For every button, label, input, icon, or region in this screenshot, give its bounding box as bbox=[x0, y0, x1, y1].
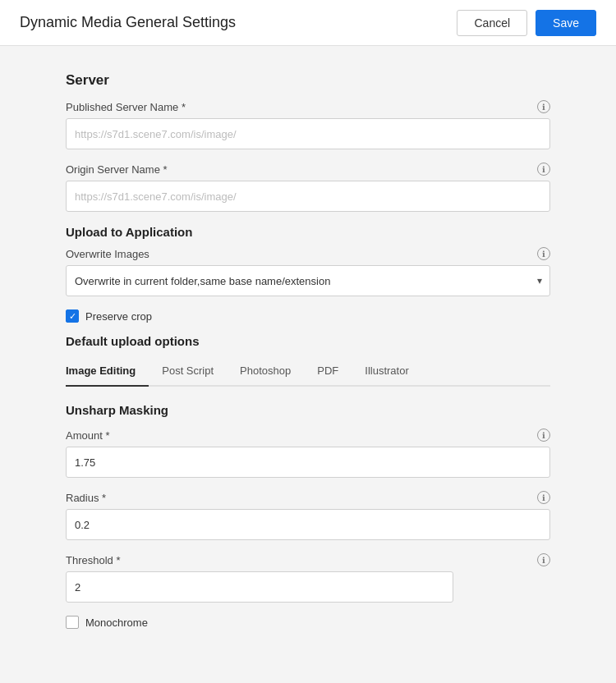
origin-server-info-icon[interactable]: ℹ bbox=[537, 163, 550, 176]
overwrite-images-label: Overwrite Images bbox=[66, 248, 149, 260]
radius-input[interactable] bbox=[66, 509, 550, 540]
threshold-label: Threshold * bbox=[66, 554, 120, 566]
tab-post-script[interactable]: Post Script bbox=[149, 356, 227, 387]
preserve-crop-checkbox[interactable]: ✓ bbox=[66, 309, 79, 323]
published-server-label-row: Published Server Name * ℹ bbox=[66, 100, 550, 113]
origin-server-label-row: Origin Server Name * ℹ bbox=[66, 163, 550, 176]
threshold-field: Threshold * ℹ bbox=[66, 553, 550, 603]
tabs-header: Image Editing Post Script Photoshop PDF … bbox=[66, 356, 550, 387]
preserve-crop-row: ✓ Preserve crop bbox=[66, 309, 550, 323]
page-title: Dynamic Media General Settings bbox=[20, 14, 236, 31]
cancel-button[interactable]: Cancel bbox=[457, 10, 527, 36]
page-header: Dynamic Media General Settings Cancel Sa… bbox=[0, 0, 616, 46]
save-button[interactable]: Save bbox=[536, 10, 596, 36]
overwrite-images-label-row: Overwrite Images ℹ bbox=[66, 247, 550, 260]
tabs-container: Image Editing Post Script Photoshop PDF … bbox=[66, 356, 550, 629]
origin-server-input[interactable] bbox=[66, 181, 550, 212]
radius-field: Radius * ℹ bbox=[66, 491, 550, 540]
unsharp-masking-title: Unsharp Masking bbox=[66, 403, 550, 417]
radius-label-row: Radius * ℹ bbox=[66, 491, 550, 504]
amount-field: Amount * ℹ bbox=[66, 429, 550, 478]
monochrome-checkbox[interactable] bbox=[66, 616, 79, 629]
published-server-field: Published Server Name * ℹ bbox=[66, 100, 550, 149]
monochrome-row: Monochrome bbox=[66, 616, 550, 629]
overwrite-images-field: Overwrite Images ℹ Overwrite in current … bbox=[66, 247, 550, 296]
monochrome-label: Monochrome bbox=[85, 617, 148, 629]
threshold-input[interactable] bbox=[66, 571, 453, 603]
header-actions: Cancel Save bbox=[457, 10, 596, 36]
amount-label: Amount * bbox=[66, 429, 109, 442]
amount-info-icon[interactable]: ℹ bbox=[537, 429, 550, 442]
threshold-info-icon[interactable]: ℹ bbox=[537, 553, 550, 566]
radius-info-icon[interactable]: ℹ bbox=[537, 491, 550, 504]
origin-server-field: Origin Server Name * ℹ bbox=[66, 163, 550, 212]
check-icon: ✓ bbox=[69, 312, 76, 321]
overwrite-images-select-wrapper: Overwrite in current folder,same base na… bbox=[66, 265, 550, 296]
overwrite-images-info-icon[interactable]: ℹ bbox=[537, 247, 550, 260]
origin-server-label: Origin Server Name * bbox=[66, 163, 168, 176]
default-upload-section-title: Default upload options bbox=[66, 334, 550, 348]
upload-section-title: Upload to Application bbox=[66, 225, 550, 239]
published-server-label: Published Server Name * bbox=[66, 101, 186, 113]
radius-label: Radius * bbox=[66, 492, 106, 504]
server-section-title: Server bbox=[66, 72, 550, 89]
preserve-crop-label: Preserve crop bbox=[85, 310, 152, 323]
main-content: Server Published Server Name * ℹ Origin … bbox=[0, 46, 616, 667]
tab-pdf[interactable]: PDF bbox=[304, 356, 352, 387]
tab-illustrator[interactable]: Illustrator bbox=[352, 356, 421, 387]
overwrite-images-select[interactable]: Overwrite in current folder,same base na… bbox=[66, 265, 550, 296]
published-server-info-icon[interactable]: ℹ bbox=[537, 100, 550, 113]
tab-photoshop[interactable]: Photoshop bbox=[227, 356, 304, 387]
threshold-label-row: Threshold * ℹ bbox=[66, 553, 550, 566]
published-server-input[interactable] bbox=[66, 118, 550, 149]
amount-input[interactable] bbox=[66, 447, 550, 478]
tab-image-editing[interactable]: Image Editing bbox=[66, 356, 149, 387]
amount-label-row: Amount * ℹ bbox=[66, 429, 550, 442]
